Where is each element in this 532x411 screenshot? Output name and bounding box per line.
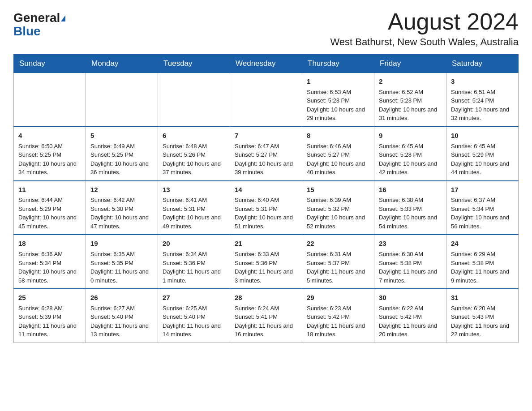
day-number: 1 <box>307 77 369 86</box>
calendar-day-cell: 27Sunrise: 6:25 AM Sunset: 5:40 PM Dayli… <box>158 289 230 342</box>
day-number: 15 <box>307 185 369 195</box>
calendar-day-cell: 18Sunrise: 6:36 AM Sunset: 5:34 PM Dayli… <box>14 235 86 289</box>
calendar-day-cell: 25Sunrise: 6:28 AM Sunset: 5:39 PM Dayli… <box>14 289 86 342</box>
calendar-day-cell: 8Sunrise: 6:46 AM Sunset: 5:27 PM Daylig… <box>302 127 374 181</box>
day-info: Sunrise: 6:47 AM Sunset: 5:27 PM Dayligh… <box>235 142 297 177</box>
calendar-day-cell: 26Sunrise: 6:27 AM Sunset: 5:40 PM Dayli… <box>86 289 158 342</box>
calendar-day-cell: 23Sunrise: 6:30 AM Sunset: 5:38 PM Dayli… <box>374 235 446 289</box>
day-info: Sunrise: 6:40 AM Sunset: 5:31 PM Dayligh… <box>235 196 297 231</box>
calendar-table: SundayMondayTuesdayWednesdayThursdayFrid… <box>13 54 519 343</box>
day-info: Sunrise: 6:36 AM Sunset: 5:34 PM Dayligh… <box>18 250 81 285</box>
day-info: Sunrise: 6:24 AM Sunset: 5:41 PM Dayligh… <box>235 304 297 339</box>
calendar-day-cell: 30Sunrise: 6:22 AM Sunset: 5:42 PM Dayli… <box>374 289 446 342</box>
day-info: Sunrise: 6:35 AM Sunset: 5:35 PM Dayligh… <box>90 250 153 285</box>
day-info: Sunrise: 6:37 AM Sunset: 5:34 PM Dayligh… <box>451 196 514 231</box>
calendar-header-wednesday: Wednesday <box>230 55 302 73</box>
day-number: 5 <box>90 131 153 141</box>
day-number: 29 <box>307 293 369 303</box>
calendar-day-cell: 20Sunrise: 6:34 AM Sunset: 5:36 PM Dayli… <box>158 235 230 289</box>
day-info: Sunrise: 6:52 AM Sunset: 5:23 PM Dayligh… <box>379 88 442 123</box>
calendar-header-saturday: Saturday <box>446 55 519 73</box>
day-info: Sunrise: 6:23 AM Sunset: 5:42 PM Dayligh… <box>307 304 369 339</box>
calendar-day-cell: 3Sunrise: 6:51 AM Sunset: 5:24 PM Daylig… <box>446 73 519 127</box>
calendar-week-row: 18Sunrise: 6:36 AM Sunset: 5:34 PM Dayli… <box>14 235 519 289</box>
day-number: 30 <box>379 293 442 303</box>
day-number: 24 <box>451 239 514 248</box>
day-info: Sunrise: 6:50 AM Sunset: 5:25 PM Dayligh… <box>18 142 81 177</box>
day-info: Sunrise: 6:27 AM Sunset: 5:40 PM Dayligh… <box>90 304 153 339</box>
day-info: Sunrise: 6:39 AM Sunset: 5:32 PM Dayligh… <box>307 196 369 231</box>
day-info: Sunrise: 6:31 AM Sunset: 5:37 PM Dayligh… <box>307 250 369 285</box>
calendar-day-cell: 12Sunrise: 6:42 AM Sunset: 5:30 PM Dayli… <box>86 181 158 235</box>
day-number: 19 <box>90 239 153 248</box>
calendar-day-cell <box>230 73 302 127</box>
day-number: 4 <box>18 131 81 141</box>
calendar-day-cell: 13Sunrise: 6:41 AM Sunset: 5:31 PM Dayli… <box>158 181 230 235</box>
day-number: 27 <box>163 293 225 303</box>
calendar-header-thursday: Thursday <box>302 55 374 73</box>
day-number: 8 <box>307 131 369 141</box>
day-info: Sunrise: 6:30 AM Sunset: 5:38 PM Dayligh… <box>379 250 442 285</box>
calendar-day-cell: 1Sunrise: 6:53 AM Sunset: 5:23 PM Daylig… <box>302 73 374 127</box>
day-number: 10 <box>451 131 514 141</box>
logo-triangle-icon <box>61 15 65 21</box>
logo: General Blue <box>13 9 65 39</box>
day-info: Sunrise: 6:25 AM Sunset: 5:40 PM Dayligh… <box>163 304 225 339</box>
calendar-day-cell: 6Sunrise: 6:48 AM Sunset: 5:26 PM Daylig… <box>158 127 230 181</box>
logo-blue: Blue <box>13 24 41 39</box>
calendar-day-cell: 5Sunrise: 6:49 AM Sunset: 5:25 PM Daylig… <box>86 127 158 181</box>
calendar-day-cell: 16Sunrise: 6:38 AM Sunset: 5:33 PM Dayli… <box>374 181 446 235</box>
calendar-day-cell: 15Sunrise: 6:39 AM Sunset: 5:32 PM Dayli… <box>302 181 374 235</box>
day-number: 3 <box>451 77 514 86</box>
day-number: 26 <box>90 293 153 303</box>
day-info: Sunrise: 6:28 AM Sunset: 5:39 PM Dayligh… <box>18 304 81 339</box>
day-number: 17 <box>451 185 514 195</box>
calendar-day-cell: 22Sunrise: 6:31 AM Sunset: 5:37 PM Dayli… <box>302 235 374 289</box>
day-number: 20 <box>163 239 225 248</box>
calendar-day-cell: 11Sunrise: 6:44 AM Sunset: 5:29 PM Dayli… <box>14 181 86 235</box>
day-info: Sunrise: 6:22 AM Sunset: 5:42 PM Dayligh… <box>379 304 442 339</box>
day-info: Sunrise: 6:53 AM Sunset: 5:23 PM Dayligh… <box>307 88 369 123</box>
calendar-day-cell <box>86 73 158 127</box>
calendar-day-cell: 14Sunrise: 6:40 AM Sunset: 5:31 PM Dayli… <box>230 181 302 235</box>
calendar-header-monday: Monday <box>86 55 158 73</box>
calendar-week-row: 1Sunrise: 6:53 AM Sunset: 5:23 PM Daylig… <box>14 73 519 127</box>
day-info: Sunrise: 6:34 AM Sunset: 5:36 PM Dayligh… <box>163 250 225 285</box>
calendar-day-cell: 21Sunrise: 6:33 AM Sunset: 5:36 PM Dayli… <box>230 235 302 289</box>
calendar-day-cell <box>158 73 230 127</box>
location-title: West Bathurst, New South Wales, Australi… <box>330 36 519 48</box>
calendar-day-cell: 24Sunrise: 6:29 AM Sunset: 5:38 PM Dayli… <box>446 235 519 289</box>
day-number: 11 <box>18 185 81 195</box>
day-number: 28 <box>235 293 297 303</box>
day-info: Sunrise: 6:45 AM Sunset: 5:29 PM Dayligh… <box>451 142 514 177</box>
calendar-day-cell: 29Sunrise: 6:23 AM Sunset: 5:42 PM Dayli… <box>302 289 374 342</box>
calendar-day-cell: 28Sunrise: 6:24 AM Sunset: 5:41 PM Dayli… <box>230 289 302 342</box>
day-number: 18 <box>18 239 81 248</box>
calendar-day-cell <box>14 73 86 127</box>
day-number: 9 <box>379 131 442 141</box>
day-info: Sunrise: 6:42 AM Sunset: 5:30 PM Dayligh… <box>90 196 153 231</box>
day-number: 25 <box>18 293 81 303</box>
calendar-day-cell: 10Sunrise: 6:45 AM Sunset: 5:29 PM Dayli… <box>446 127 519 181</box>
day-info: Sunrise: 6:48 AM Sunset: 5:26 PM Dayligh… <box>163 142 225 177</box>
calendar-day-cell: 9Sunrise: 6:45 AM Sunset: 5:28 PM Daylig… <box>374 127 446 181</box>
title-block: August 2024 West Bathurst, New South Wal… <box>330 9 519 48</box>
calendar-week-row: 25Sunrise: 6:28 AM Sunset: 5:39 PM Dayli… <box>14 289 519 342</box>
day-info: Sunrise: 6:38 AM Sunset: 5:33 PM Dayligh… <box>379 196 442 231</box>
month-title: August 2024 <box>330 9 519 34</box>
calendar-week-row: 4Sunrise: 6:50 AM Sunset: 5:25 PM Daylig… <box>14 127 519 181</box>
page-header: General Blue August 2024 West Bathurst, … <box>13 9 519 48</box>
calendar-day-cell: 31Sunrise: 6:20 AM Sunset: 5:43 PM Dayli… <box>446 289 519 342</box>
day-number: 21 <box>235 239 297 248</box>
day-number: 23 <box>379 239 442 248</box>
calendar-day-cell: 7Sunrise: 6:47 AM Sunset: 5:27 PM Daylig… <box>230 127 302 181</box>
calendar-header-friday: Friday <box>374 55 446 73</box>
day-info: Sunrise: 6:51 AM Sunset: 5:24 PM Dayligh… <box>451 88 514 123</box>
calendar-header-row: SundayMondayTuesdayWednesdayThursdayFrid… <box>14 55 519 73</box>
day-info: Sunrise: 6:41 AM Sunset: 5:31 PM Dayligh… <box>163 196 225 231</box>
calendar-day-cell: 19Sunrise: 6:35 AM Sunset: 5:35 PM Dayli… <box>86 235 158 289</box>
day-number: 22 <box>307 239 369 248</box>
calendar-header-tuesday: Tuesday <box>158 55 230 73</box>
day-info: Sunrise: 6:46 AM Sunset: 5:27 PM Dayligh… <box>307 142 369 177</box>
day-info: Sunrise: 6:33 AM Sunset: 5:36 PM Dayligh… <box>235 250 297 285</box>
